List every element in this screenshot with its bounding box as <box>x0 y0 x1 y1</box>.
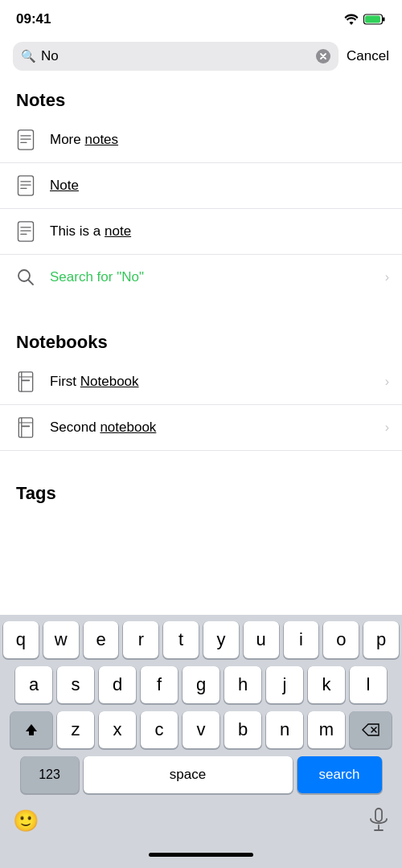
key-i[interactable]: i <box>284 621 319 658</box>
note-icon-this-is-a-note <box>13 219 39 244</box>
search-for-icon <box>13 264 39 290</box>
key-y[interactable]: y <box>203 621 239 658</box>
key-emoji[interactable]: 🙂 <box>13 809 39 833</box>
clear-icon <box>316 49 330 63</box>
second-notebook-chevron: › <box>385 420 389 435</box>
key-q[interactable]: q <box>3 621 39 658</box>
svg-rect-22 <box>18 418 32 437</box>
keyboard-row-3: z x c v b n m <box>3 711 399 748</box>
keyboard: q w e r t y u i o p a s d f g h j k l <box>0 615 402 868</box>
svg-rect-12 <box>18 222 33 241</box>
svg-rect-1 <box>383 18 385 22</box>
result-text-second-notebook: Second notebook <box>50 420 374 436</box>
key-g[interactable]: g <box>183 666 219 703</box>
svg-rect-18 <box>18 372 32 391</box>
search-bar-container: 🔍 Cancel <box>0 35 402 77</box>
svg-rect-8 <box>18 176 33 195</box>
search-icon: 🔍 <box>21 49 36 63</box>
cancel-button[interactable]: Cancel <box>347 48 389 64</box>
notes-section: Notes More notes Note <box>0 77 402 300</box>
svg-rect-4 <box>18 130 33 149</box>
search-for-item[interactable]: Search for "No" › <box>0 255 402 300</box>
key-l[interactable]: l <box>350 666 387 703</box>
key-s[interactable]: s <box>57 666 94 703</box>
key-o[interactable]: o <box>323 621 359 658</box>
key-b[interactable]: b <box>224 711 261 748</box>
key-a[interactable]: a <box>15 666 52 703</box>
keyboard-row-1: q w e r t y u i o p <box>3 621 399 658</box>
key-shift[interactable] <box>10 711 52 748</box>
result-text-this-is-a-note: This is a note <box>50 223 389 240</box>
keyboard-row-2: a s d f g h j k l <box>3 666 399 703</box>
result-text-first-notebook: First Notebook <box>50 374 374 390</box>
key-z[interactable]: z <box>57 711 94 748</box>
key-search[interactable]: search <box>297 756 382 793</box>
notebook-icon-first <box>13 369 39 395</box>
key-v[interactable]: v <box>183 711 219 748</box>
key-k[interactable]: k <box>308 666 345 703</box>
result-item-second-notebook[interactable]: Second notebook › <box>0 405 402 451</box>
status-time: 09:41 <box>16 11 51 27</box>
svg-rect-2 <box>365 16 380 23</box>
key-x[interactable]: x <box>99 711 136 748</box>
search-input[interactable] <box>41 48 311 64</box>
key-c[interactable]: c <box>141 711 178 748</box>
status-icons <box>344 14 386 25</box>
result-item-first-notebook[interactable]: First Notebook › <box>0 359 402 405</box>
key-m[interactable]: m <box>308 711 345 748</box>
result-text-more-notes: More notes <box>50 132 389 148</box>
search-for-text: Search for "No" <box>50 269 374 285</box>
shift-icon <box>23 722 39 738</box>
clear-button[interactable] <box>316 49 330 63</box>
svg-line-17 <box>28 280 33 285</box>
key-numbers[interactable]: 123 <box>21 756 79 793</box>
key-d[interactable]: d <box>99 666 136 703</box>
result-item-this-is-a-note[interactable]: This is a note <box>0 209 402 255</box>
svg-rect-21 <box>22 379 30 381</box>
backspace-icon <box>362 723 379 736</box>
key-t[interactable]: t <box>163 621 199 658</box>
notebooks-section-header: Notebooks <box>0 332 402 359</box>
key-space[interactable]: space <box>84 756 293 793</box>
keyboard-row-bottom: 123 space search <box>3 756 399 793</box>
first-notebook-chevron: › <box>385 375 389 389</box>
wifi-icon <box>344 14 359 25</box>
result-item-more-notes[interactable]: More notes <box>0 117 402 163</box>
svg-rect-25 <box>22 425 30 427</box>
key-p[interactable]: p <box>363 621 399 658</box>
key-j[interactable]: j <box>266 666 303 703</box>
result-text-note: Note <box>50 178 389 194</box>
keyboard-rows: q w e r t y u i o p a s d f g h j k l <box>0 615 402 805</box>
result-item-note[interactable]: Note <box>0 163 402 209</box>
tags-section: Tags <box>0 470 402 510</box>
key-r[interactable]: r <box>123 621 158 658</box>
svg-rect-28 <box>375 809 382 821</box>
key-e[interactable]: e <box>84 621 119 658</box>
status-bar: 09:41 <box>0 0 402 35</box>
notes-section-header: Notes <box>0 90 402 117</box>
search-for-chevron: › <box>385 270 389 285</box>
tags-section-header: Tags <box>0 483 402 510</box>
key-mic[interactable] <box>368 808 389 834</box>
home-indicator <box>149 853 253 857</box>
key-n[interactable]: n <box>266 711 303 748</box>
notebooks-section: Notebooks First Notebook › Second notebo… <box>0 319 402 451</box>
notebook-icon-second <box>13 415 39 440</box>
battery-icon <box>363 14 386 25</box>
key-f[interactable]: f <box>141 666 178 703</box>
keyboard-emoji-row: 🙂 <box>0 805 402 841</box>
home-indicator-bar <box>0 841 402 868</box>
key-h[interactable]: h <box>224 666 261 703</box>
key-backspace[interactable] <box>350 711 392 748</box>
note-icon-note <box>13 173 39 199</box>
search-input-wrapper[interactable]: 🔍 <box>13 42 338 71</box>
key-w[interactable]: w <box>43 621 79 658</box>
note-icon-more-notes <box>13 127 39 153</box>
key-u[interactable]: u <box>244 621 279 658</box>
mic-icon <box>368 808 389 832</box>
